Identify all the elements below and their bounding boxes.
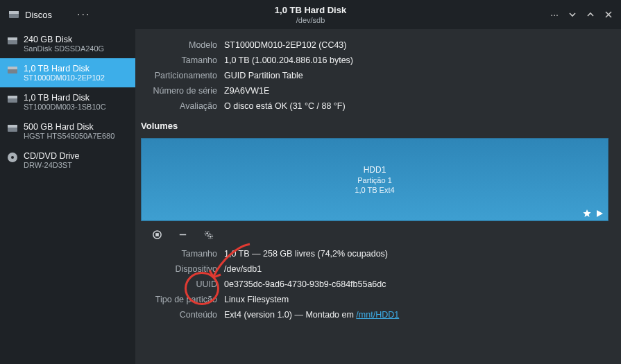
mount-point-link[interactable]: /mnt/HDD1 (356, 310, 399, 320)
label-particionamento: Particionamento (141, 71, 217, 80)
svg-rect-7 (8, 96, 17, 98)
svg-rect-1 (9, 11, 19, 14)
volume-sub2: 1,0 TB Ext4 (355, 186, 394, 194)
conteudo-text: Ext4 (version 1.0) — Montado em (224, 310, 356, 320)
harddisk-icon (7, 35, 18, 46)
sidebar-sub: DRW-24D3ST (24, 161, 80, 169)
label-modelo: Modelo (141, 40, 217, 50)
volume-bar[interactable]: HDD1 Partição 1 1,0 TB Ext4 (141, 138, 609, 221)
svg-point-15 (210, 236, 212, 238)
window-title: 1,0 TB Hard Disk (0, 5, 621, 15)
optical-icon (7, 152, 18, 163)
volumes-heading: Volumes (141, 121, 609, 131)
maximize-button[interactable] (586, 10, 595, 19)
sidebar-title: 240 GB Disk (24, 35, 104, 44)
minimize-button[interactable] (568, 10, 577, 19)
harddisk-icon (7, 123, 18, 134)
app-name: Discos (25, 10, 52, 20)
sidebar-item-4[interactable]: CD/DVD DriveDRW-24D3ST (0, 146, 135, 175)
sidebar-item-2[interactable]: 1,0 TB Hard DiskST1000DM003-1SB10C (0, 87, 135, 116)
svg-rect-5 (8, 67, 17, 69)
sidebar-sub: ST1000DM010-2EP102 (24, 73, 105, 82)
sidebar-title: 500 GB Hard Disk (24, 122, 114, 132)
vlabel-tamanho: Tamanho (141, 249, 217, 259)
annotation-arrow (208, 243, 257, 284)
svg-point-11 (11, 156, 14, 159)
window-subtitle: /dev/sdb (0, 16, 621, 24)
value-tamanho: 1,0 TB (1.000.204.886.016 bytes) (224, 55, 609, 65)
star-icon (583, 209, 591, 218)
volume-sub1: Partição 1 (357, 176, 392, 184)
close-button[interactable] (604, 10, 613, 19)
content: Modelo ST1000DM010-2EP102 (CC43) Tamanho… (135, 29, 621, 364)
app-icon (8, 9, 19, 20)
vvalue-dispositivo: /dev/sdb1 (224, 264, 609, 274)
sidebar-title: 1,0 TB Hard Disk (24, 64, 105, 73)
value-avaliacao: O disco está OK (31 °C / 88 °F) (224, 101, 609, 111)
sidebar-item-1[interactable]: 1,0 TB Hard DiskST1000DM010-2EP102 (0, 58, 135, 87)
vvalue-conteudo: Ext4 (version 1.0) — Montado em /mnt/HDD… (224, 310, 609, 320)
disk-info: Modelo ST1000DM010-2EP102 (CC43) Tamanho… (141, 40, 609, 111)
svg-rect-9 (8, 125, 17, 128)
vvalue-uuid: 0e3735dc-9ad6-4730-93b9-c684fb55a6dc (224, 279, 609, 289)
harddisk-icon (7, 64, 18, 76)
sidebar-sub: ST1000DM003-1SB10C (24, 103, 106, 111)
delete-partition-button[interactable] (178, 229, 188, 242)
sidebar-title: 1,0 TB Hard Disk (24, 93, 106, 103)
vlabel-tipo: Tipo de partição (141, 295, 217, 304)
play-icon (595, 209, 604, 218)
harddisk-icon (7, 94, 18, 105)
vlabel-conteudo: Conteúdo (141, 310, 217, 320)
volume-name: HDD1 (364, 165, 386, 175)
vvalue-tamanho: 1,0 TB — 258 GB livres (74,2% ocupados) (224, 249, 609, 259)
svg-rect-13 (155, 233, 159, 236)
value-serie: Z9A6VW1E (224, 86, 609, 96)
sidebar-sub: SanDisk SDSSDA240G (24, 44, 104, 53)
label-serie: Número de série (141, 86, 217, 96)
value-particionamento: GUID Partition Table (224, 71, 609, 80)
value-modelo: ST1000DM010-2EP102 (CC43) (224, 40, 609, 50)
svg-point-14 (206, 232, 208, 234)
device-sidebar: 240 GB DiskSanDisk SDSSDA240G1,0 TB Hard… (0, 29, 135, 364)
label-tamanho: Tamanho (141, 55, 217, 65)
drive-menu-button[interactable]: ··· (550, 9, 559, 20)
label-avaliacao: Avaliação (141, 101, 217, 111)
vlabel-dispositivo: Dispositivo (141, 264, 217, 274)
vvalue-tipo: Linux Filesystem (224, 295, 609, 304)
svg-rect-3 (8, 37, 17, 40)
sidebar-item-0[interactable]: 240 GB DiskSanDisk SDSSDA240G (0, 29, 135, 58)
titlebar: Discos ··· 1,0 TB Hard Disk /dev/sdb ··· (0, 0, 621, 29)
unmount-button[interactable] (152, 229, 162, 242)
vlabel-uuid: UUID (141, 279, 217, 289)
sidebar-title: CD/DVD Drive (24, 151, 80, 161)
sidebar-sub: HGST HTS545050A7E680 (24, 132, 114, 140)
partition-options-button[interactable] (203, 229, 214, 242)
sidebar-item-3[interactable]: 500 GB Hard DiskHGST HTS545050A7E680 (0, 116, 135, 146)
app-menu-button[interactable]: ··· (77, 8, 90, 21)
